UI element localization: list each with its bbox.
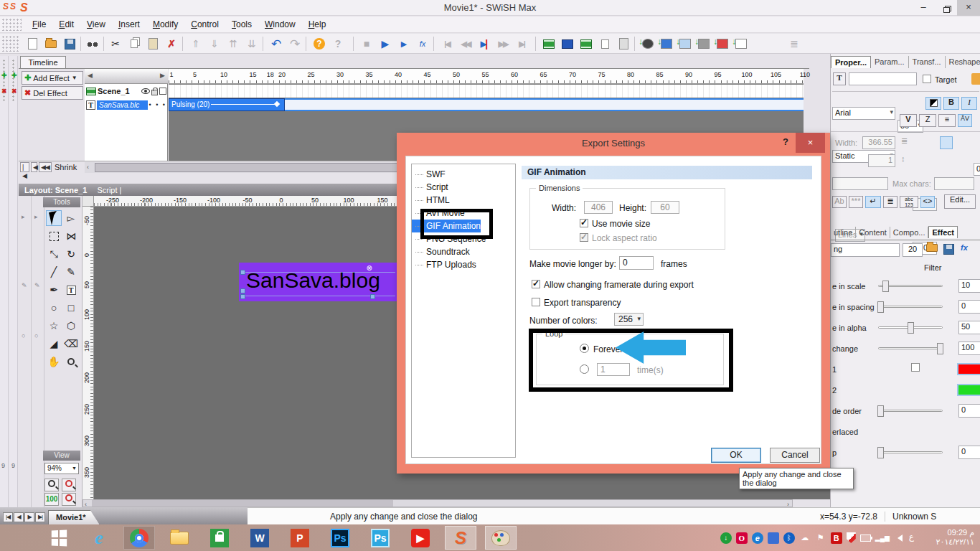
html-button[interactable]: <> [920,196,935,208]
move-top-icon[interactable]: ⇈ [225,36,241,52]
undo-icon[interactable]: ↶ [268,36,284,52]
export-type-item[interactable]: HTML [412,194,515,207]
slider-thumb[interactable] [937,343,943,354]
menu-item[interactable]: File [26,17,52,32]
lock-icon[interactable] [151,90,158,95]
object-name-field[interactable] [849,72,917,85]
docked-strip-2[interactable]: ✚ ✖ 9 [9,56,18,511]
bold-button[interactable]: B [943,97,959,110]
panel-bottom-tab[interactable]: Compo... [890,227,929,238]
slider-track[interactable] [878,306,943,308]
context-help-icon[interactable]: ? [330,36,346,52]
slider-track[interactable] [878,410,943,412]
move-bottom-icon[interactable]: ⇊ [244,36,260,52]
edit-button[interactable]: Edit... [944,194,976,209]
scroll-right-icon[interactable]: ▶ [160,72,165,79]
taskbar-photoshop-2[interactable]: Ps [364,526,396,550]
lines-field[interactable]: 1 [868,154,895,167]
layer-frames-row[interactable]: Pulsing (20) [169,98,804,111]
scale-tool[interactable]: ⤡ [46,246,62,262]
redo-icon[interactable]: ↷ [287,36,303,52]
panel-tab[interactable]: Param... [871,56,909,68]
password-button[interactable]: *** [849,196,863,208]
rotate-tool[interactable]: ↻ [63,246,79,262]
pencil-tool[interactable]: ✎ [63,264,79,280]
document-tab[interactable]: Movie1* [48,510,100,524]
stop-icon[interactable]: ■ [359,36,374,52]
insert-content-icon[interactable] [616,36,631,52]
fit-scene-button[interactable] [62,493,76,506]
dim-height-field[interactable]: 60 [651,201,679,214]
collapse-button[interactable]: ◀ [31,162,37,172]
autosize-toggle[interactable] [940,136,953,149]
menu-item[interactable]: Insert [112,17,146,32]
marquee-tool[interactable] [46,228,62,244]
text-color-swatch[interactable] [925,97,941,110]
width-field[interactable]: 366.55 [862,136,895,149]
panel-bottom-tab[interactable]: utline [831,227,856,238]
insert-sprite-icon[interactable] [560,36,575,52]
layer-row-header[interactable]: T SanSava.blc • • • [85,98,168,111]
zoom-selection-button[interactable] [62,479,76,491]
collapsed-toolbar-1[interactable]: ▸✎○ [19,196,32,511]
del-effect-button[interactable]: ✖ Del Effect [22,86,83,100]
effect-frames-field[interactable]: 20 [903,243,923,257]
effect-bar[interactable]: Pulsing (20) [169,98,285,111]
close-button[interactable]: × [957,0,980,16]
effect-fx-icon[interactable]: fx [961,243,968,252]
antivirus-icon[interactable]: B [831,532,842,544]
insert-script-icon[interactable] [597,36,613,52]
step-forward-icon[interactable]: ▶▶ [495,36,511,52]
panel-tab[interactable]: Reshape [946,56,980,68]
subselect-tool[interactable]: ▻ [63,210,79,226]
colors-dropdown[interactable]: 256 [614,313,644,326]
vertical-text-button[interactable]: V [900,114,917,127]
slider-value-field[interactable]: 10 [958,279,980,293]
new-document-icon[interactable] [24,36,40,52]
slider-track[interactable] [878,285,943,287]
taskbar-paint[interactable] [485,526,517,550]
slider-thumb[interactable] [877,301,884,313]
star-tool[interactable]: ☆ [46,318,62,334]
insert-movie-icon[interactable] [578,36,594,52]
layout-tab[interactable]: Layout: Scene_1 [24,186,87,194]
security-shield-icon[interactable] [847,532,856,543]
taskbar-clock[interactable]: 09:29 م ٢٠١٤/٢٢/١١ [936,528,974,547]
play-movie-icon[interactable]: ▶ [377,36,393,52]
restore-button[interactable] [936,0,957,16]
layer-dots[interactable]: • • • [149,101,166,108]
wordwrap-button[interactable]: ↵ [865,196,881,208]
scroll-left-icon[interactable]: ◀ [88,72,93,79]
canvas-scrollbar[interactable]: ‹ › [83,499,793,507]
zoom-100-button[interactable]: 100 [44,493,59,506]
paste-icon[interactable] [145,36,161,52]
framerate-checkbox[interactable] [532,280,540,288]
rectangle-tool[interactable]: □ [63,300,79,316]
taskbar-photoshop[interactable]: Ps [324,526,356,550]
use-movie-size-checkbox[interactable] [580,219,588,227]
toolbar-options-icon[interactable]: ≣ [786,36,802,52]
add-effect-button[interactable]: ✚ Add Effect ▼ [22,71,83,85]
idm-tray-icon[interactable]: ↓ [720,532,732,544]
effect-save-icon[interactable] [943,244,954,256]
slider-value-field[interactable]: 0 [958,446,980,459]
max-chars-field[interactable] [934,177,974,190]
play-timeline-icon[interactable]: ▶ [396,36,412,52]
shrink-label[interactable]: Shrink [55,163,77,171]
import-image-icon[interactable] [640,36,656,52]
select-tool[interactable] [46,210,62,226]
slider-value-field[interactable]: 0 [958,300,980,314]
panel-bottom-tab[interactable]: Content [856,227,890,238]
color-swatch[interactable] [957,363,980,375]
play-effect-icon[interactable]: fx [415,36,430,52]
outline-color-box[interactable] [159,88,166,95]
ellipse-tool[interactable]: ○ [46,300,62,316]
cloud-icon[interactable]: ☁ [799,532,811,544]
goto-first-frame-icon[interactable]: |◀ [439,36,455,52]
link-field[interactable] [832,177,888,190]
export-type-item[interactable]: Script [412,181,515,194]
collapse-first-button[interactable]: |◀ [20,162,29,172]
taskbar-youtube[interactable]: ▶ [405,526,436,550]
scrollbar-left-icon[interactable]: ‹ [87,164,89,171]
effect-open-icon[interactable] [926,244,938,253]
